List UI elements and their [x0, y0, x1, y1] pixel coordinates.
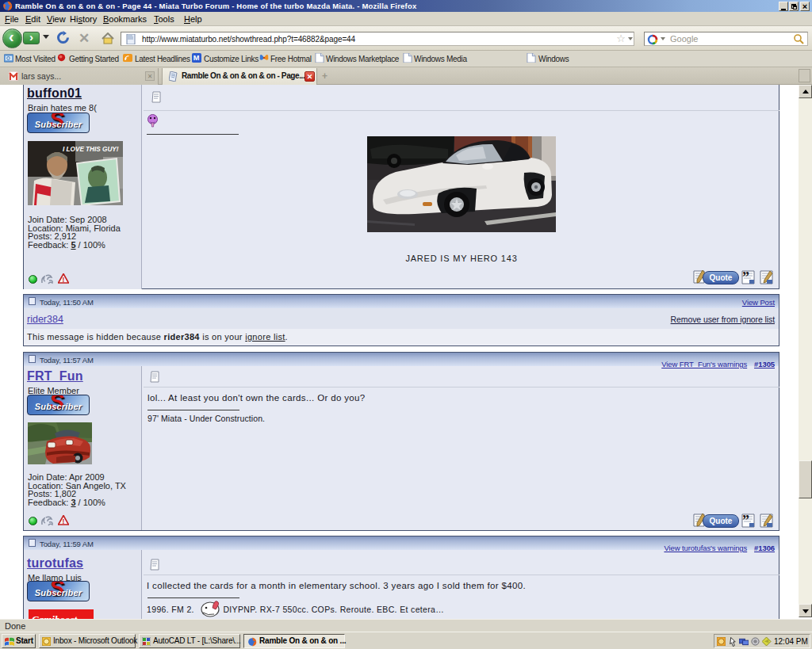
svg-text:I LOVE THIS GUY!: I LOVE THIS GUY! [63, 146, 119, 153]
svg-text:!: ! [62, 276, 64, 284]
svg-text:”: ” [742, 270, 749, 284]
svg-text:!: ! [62, 517, 64, 525]
svg-text:”: ” [742, 513, 749, 528]
svg-text:M: M [193, 54, 200, 62]
